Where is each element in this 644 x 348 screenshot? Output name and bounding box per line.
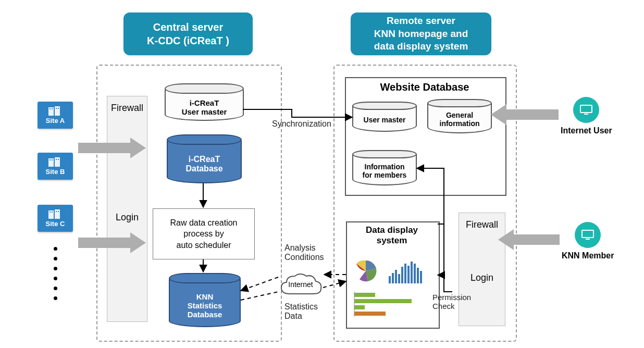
svg-rect-30 xyxy=(354,299,412,303)
svg-marker-41 xyxy=(498,229,560,250)
svg-rect-0 xyxy=(48,107,54,116)
svg-rect-29 xyxy=(354,293,375,297)
site-icon xyxy=(48,106,62,116)
svg-rect-9 xyxy=(52,159,53,160)
monitor-icon xyxy=(573,97,599,123)
site-b: Site B xyxy=(38,153,73,180)
more-sites-dots xyxy=(54,247,57,300)
remote-usermaster-db: User master xyxy=(353,102,416,132)
svg-rect-15 xyxy=(52,212,53,213)
synchronization-label: Synchronization xyxy=(272,119,331,129)
svg-rect-17 xyxy=(58,211,59,212)
permission-check-label: Permission Check xyxy=(432,293,471,310)
svg-rect-28 xyxy=(420,271,422,283)
icreat-usermaster-db-label: i-CReaT User master xyxy=(166,98,243,116)
central-server-header: Central server K-CDC (iCReaT ) xyxy=(123,13,253,55)
knn-member: KNN Member xyxy=(562,222,614,260)
raw-data-process-label: Raw data creation process by auto schedu… xyxy=(170,217,238,251)
svg-rect-14 xyxy=(49,212,51,213)
firewall-right-title: Firewall xyxy=(466,219,498,230)
site-icon xyxy=(48,157,62,167)
svg-rect-31 xyxy=(354,305,365,309)
svg-rect-16 xyxy=(56,211,57,212)
firewall-left-login: Login xyxy=(116,212,139,223)
internet-cloud-label: Internet xyxy=(277,271,324,298)
svg-rect-10 xyxy=(56,159,57,160)
website-database-title: Website Database xyxy=(345,81,504,93)
icreat-database-label: i-CReaT Database xyxy=(168,155,241,173)
svg-rect-25 xyxy=(411,262,413,283)
svg-rect-22 xyxy=(401,267,403,283)
arrow-sites-to-firewall-2 xyxy=(78,232,146,253)
internet-cloud: Internet xyxy=(277,271,324,298)
svg-rect-27 xyxy=(417,268,419,283)
site-c: Site C xyxy=(38,205,73,232)
svg-rect-4 xyxy=(56,108,57,109)
svg-rect-32 xyxy=(354,312,386,316)
site-c-label: Site C xyxy=(46,220,65,228)
svg-rect-6 xyxy=(48,158,54,167)
central-server-header-text: Central server K-CDC (iCReaT ) xyxy=(147,20,229,47)
remote-server-header: Remote server KNN homepage and data disp… xyxy=(351,13,491,55)
svg-rect-7 xyxy=(55,157,60,167)
svg-marker-38 xyxy=(78,138,146,158)
internet-user: Internet User xyxy=(561,97,612,135)
svg-rect-18 xyxy=(389,276,391,283)
knn-member-label: KNN Member xyxy=(562,251,614,260)
monitor-icon xyxy=(575,222,601,248)
raw-data-process-box: Raw data creation process by auto schedu… xyxy=(153,208,255,259)
svg-rect-12 xyxy=(48,210,54,219)
svg-rect-23 xyxy=(404,264,406,283)
svg-rect-2 xyxy=(49,108,51,109)
arrow-sites-to-firewall-1 xyxy=(78,138,146,158)
internet-user-label: Internet User xyxy=(561,126,612,135)
icreat-database: i-CReaT Database xyxy=(168,134,241,183)
svg-rect-34 xyxy=(580,105,592,113)
statistics-data-label: Statistics Data xyxy=(284,302,318,321)
svg-rect-21 xyxy=(398,274,400,283)
svg-rect-24 xyxy=(407,266,410,283)
arrow-member-to-firewall xyxy=(498,229,560,250)
svg-rect-8 xyxy=(49,159,51,160)
svg-rect-36 xyxy=(582,230,593,238)
svg-rect-13 xyxy=(55,209,60,219)
svg-rect-19 xyxy=(392,273,394,283)
general-info-db: General information xyxy=(428,99,491,133)
firewall-left: Firewall Login xyxy=(107,96,147,322)
svg-marker-39 xyxy=(78,232,146,253)
svg-rect-35 xyxy=(584,114,588,115)
svg-rect-5 xyxy=(58,108,59,109)
general-info-db-label: General information xyxy=(428,111,491,128)
members-info-db-label: Information for members xyxy=(353,163,416,179)
svg-rect-11 xyxy=(58,159,59,160)
remote-server-header-text: Remote server KNN homepage and data disp… xyxy=(374,15,468,53)
chart-thumbnail-2 xyxy=(354,292,427,320)
remote-usermaster-db-label: User master xyxy=(353,116,416,124)
firewall-left-title: Firewall xyxy=(111,103,143,114)
knn-statistics-db: KNN Statistics Database xyxy=(170,273,240,327)
site-a-label: Site A xyxy=(46,117,65,125)
svg-rect-20 xyxy=(395,270,397,283)
firewall-right-login: Login xyxy=(470,272,493,283)
svg-rect-26 xyxy=(414,264,416,283)
site-a: Site A xyxy=(38,102,73,129)
site-icon xyxy=(48,209,62,219)
site-b-label: Site B xyxy=(46,168,65,176)
icreat-usermaster-db: i-CReaT User master xyxy=(166,83,243,121)
svg-rect-1 xyxy=(55,106,60,116)
svg-marker-40 xyxy=(491,104,559,125)
analysis-conditions-label: Analysis Conditions xyxy=(284,243,324,262)
svg-rect-3 xyxy=(52,108,53,109)
arrow-internet-user-to-db xyxy=(491,104,559,125)
svg-rect-37 xyxy=(586,239,590,240)
members-info-db: Information for members xyxy=(353,150,416,185)
data-display-system-title: Data display system xyxy=(346,225,438,246)
chart-thumbnail-1 xyxy=(352,255,434,287)
knn-statistics-db-label: KNN Statistics Database xyxy=(170,292,240,319)
